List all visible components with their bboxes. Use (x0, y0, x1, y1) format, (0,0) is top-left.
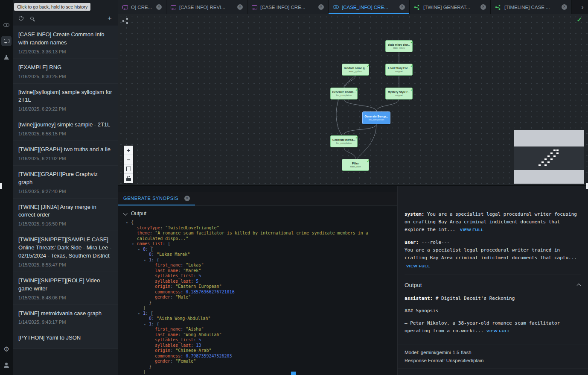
rail-eye-button[interactable] (1, 20, 12, 30)
tab[interactable]: O] CRE... (118, 0, 166, 14)
prompt-list-item[interactable]: [twine][syllogism] sample syllogism for … (13, 84, 118, 117)
zoom-in-button[interactable] (124, 146, 133, 155)
node-success-check-icon (410, 61, 413, 69)
node-subtitle: llm_completion (336, 94, 352, 97)
flask-icon (4, 55, 9, 60)
tab[interactable]: [CASE INFO] REVI... (166, 0, 247, 14)
graph-node[interactable]: Load Story For... snippet (385, 64, 413, 76)
tabs: O] CRE... [CASE INFO] REVI... [CASE INFO… (118, 0, 577, 14)
zoom-out-button[interactable] (124, 155, 133, 164)
fit-view-button[interactable] (124, 164, 133, 174)
tab-close-icon[interactable] (318, 4, 324, 10)
prompt-list-item[interactable]: [PYTHON] Yaml to JSON (13, 329, 118, 349)
prompt-list-item[interactable]: [TWINE][SNIPPET][ROLE] Video game writer… (13, 272, 118, 305)
user-icon (3, 363, 9, 369)
zoom-controls (124, 146, 133, 183)
prompt-timestamp: 1/16/2025, 6:29:22 PM (18, 106, 112, 111)
node-subtitle: llm_completion (369, 118, 384, 121)
history-tooltip: Click to go back, hold to see history (14, 3, 90, 11)
tab-overflow-chevron[interactable] (577, 0, 588, 14)
settings-button[interactable] (1, 344, 12, 354)
refresh-icon[interactable] (19, 16, 23, 21)
output-section-header[interactable]: Output (118, 206, 397, 218)
graph-node[interactable]: Filter state_filter (342, 159, 369, 171)
graph-node[interactable]: random name g... exec_python (342, 64, 369, 76)
view-full-link[interactable]: VIEW FULL (460, 227, 484, 232)
split-drag-handle-right[interactable] (586, 183, 588, 189)
tab-icon (333, 5, 339, 9)
view-full-link[interactable]: VIEW FULL (406, 263, 581, 269)
add-prompt-button[interactable]: + (108, 15, 112, 22)
result-output-label: Output (405, 281, 422, 290)
main-area: O] CRE... [CASE INFO] REVI... [CASE INFO… (118, 0, 588, 375)
prompt-timestamp: 1/15/2025, 8:48:06 PM (18, 295, 112, 300)
bottom-resize-handle[interactable] (291, 372, 296, 375)
search-icon[interactable] (30, 17, 34, 20)
collapse-caret-icon[interactable] (126, 220, 128, 226)
tab-close-icon[interactable] (184, 196, 190, 201)
completion-body: system: You are a specialist legal proce… (398, 186, 588, 345)
message-text: You are a specialist legal procedural wr… (405, 246, 581, 262)
account-button[interactable] (1, 360, 12, 371)
tab-icon (122, 5, 128, 9)
graph-canvas[interactable]: state mkey stor... state_mkey random nam… (118, 14, 588, 186)
graph-node[interactable]: Generate Comm... llm_completion (330, 88, 358, 100)
graph-node[interactable]: state mkey stor... state_mkey (385, 40, 413, 52)
node-success-check-icon (355, 133, 358, 141)
prompt-list-item[interactable]: [TWINE][GRAPH]Pure Graphviz graph 1/15/2… (13, 166, 118, 199)
graph-node[interactable]: Generate Synop... llm_completion (362, 111, 390, 124)
prompt-list-item[interactable]: [TWINE][GRAPH} two truths and a lie 1/16… (13, 141, 118, 166)
tab-label: [CASE_INFO] CRE... (342, 5, 396, 10)
result-output-header[interactable]: Output (405, 275, 581, 295)
prompt-list-item[interactable]: [CASE INFO] Create Common Info with rand… (13, 26, 118, 59)
node-title: Mystery Style F... (388, 91, 410, 94)
json-line: last_name: "Wong-Abdullah" (118, 332, 391, 338)
lock-button[interactable] (124, 174, 133, 183)
tab-icon (252, 5, 257, 9)
minimap-node (550, 152, 553, 154)
prompt-list-item[interactable]: [TWINE] metroidvania case graph 1/14/202… (13, 305, 118, 330)
tab-close-icon[interactable] (399, 4, 405, 10)
generate-synopsis-tab[interactable]: GENERATE SYNOPSIS (118, 192, 195, 205)
minimap-node (556, 149, 559, 151)
tab[interactable]: [TIMELINE] CASE ... (491, 0, 572, 14)
tab-close-icon[interactable] (562, 4, 567, 10)
minimap-node (547, 161, 550, 163)
collapse-caret-icon[interactable] (144, 322, 146, 328)
collapse-caret-icon[interactable] (138, 247, 140, 253)
graph-node[interactable]: Generate Introd... llm_completion (330, 135, 358, 147)
prompt-title: [TWINE][SNIPPET][ROLE] Video game writer (18, 277, 112, 293)
minimap[interactable] (514, 130, 584, 184)
split-drag-handle-left[interactable] (0, 183, 2, 189)
collapse-caret-icon[interactable] (144, 258, 146, 264)
tab-close-icon[interactable] (480, 4, 486, 10)
tab[interactable]: [TWINE] GENERAT... (410, 0, 491, 14)
tab[interactable]: [CASE_INFO] CRE... (329, 0, 410, 14)
prompt-title: [TWINE] metroidvania case graph (18, 310, 112, 318)
minimap-node (547, 155, 550, 157)
prompt-title: [TWINE][GRAPH} two truths and a lie (18, 146, 112, 154)
prompt-list-item[interactable]: [TWINE][SNIPPET][SAMPLE CASE] Online Thr… (13, 231, 118, 272)
prompt-list-item[interactable]: [twine][journey] simple sample - 2T1L 1/… (13, 116, 118, 141)
rail-flask-button[interactable] (1, 52, 12, 62)
collapse-caret-icon[interactable] (138, 311, 140, 317)
node-title: Generate Synop... (364, 115, 388, 118)
node-title: Filter (352, 162, 359, 165)
rail-prompts-button[interactable] (1, 36, 12, 46)
output-tab-label: GENERATE SYNOPSIS (123, 196, 184, 201)
tab-close-icon[interactable] (237, 4, 243, 10)
tab-close-icon[interactable] (156, 4, 162, 10)
prompt-title: [TWINE] [JINJA] Array merge in correct o… (18, 203, 112, 220)
prompt-list-item[interactable]: [EXAMPLE] RNG 1/16/2025, 8:30:25 PM (13, 59, 118, 84)
view-full-link[interactable]: VIEW FULL (486, 328, 510, 333)
collapse-caret-icon[interactable] (132, 241, 134, 247)
prompt-list-item[interactable]: [TWINE] [JINJA] Array merge in correct o… (13, 199, 118, 231)
node-subtitle: state_mkey (393, 47, 405, 49)
json-line: syllables_last: 5 (118, 279, 391, 284)
assistant-line: assistant: # Digital Deceit's Reckoning (405, 295, 581, 302)
graph-node[interactable]: Mystery Style F... snippet (385, 88, 413, 100)
app-window: Prompts + [CASE INFO] Create Common Info… (0, 0, 588, 375)
message-text: You are a specialist legal procedural wr… (405, 211, 577, 232)
tab[interactable]: [CASE INFO] CRE... (247, 0, 329, 14)
minimap-node (553, 149, 556, 151)
